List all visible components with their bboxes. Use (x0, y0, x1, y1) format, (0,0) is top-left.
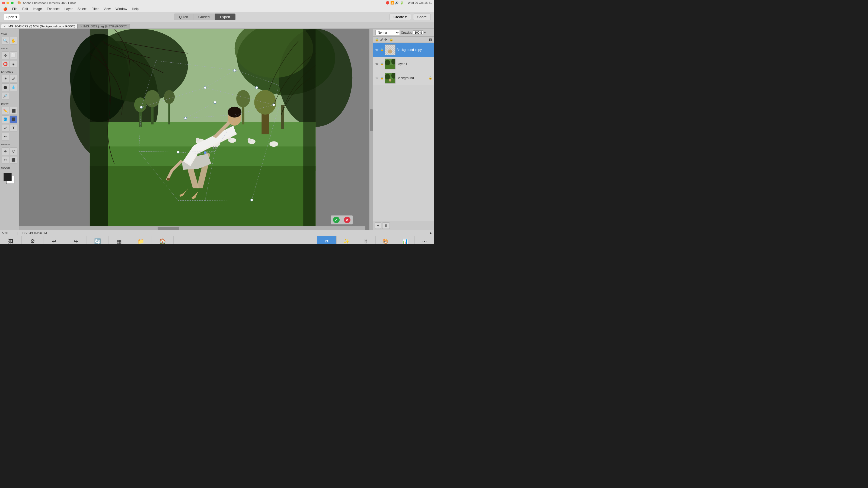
layer-1[interactable]: 👁 🔒 Layer 1 (373, 57, 434, 71)
undo-button[interactable]: ↩ Undo (43, 236, 65, 244)
menu-window[interactable]: Window (113, 6, 129, 11)
share-button[interactable]: Share (413, 13, 431, 20)
lock-image-icon[interactable]: 🖌 (380, 38, 383, 41)
minimize-window-button[interactable] (6, 2, 9, 4)
pen-tool[interactable]: 🖊 (2, 124, 9, 132)
foreground-color-swatch[interactable] (3, 173, 12, 181)
open-button[interactable]: Open ▾ (3, 14, 20, 20)
bottom-toolbar: 🖼 Photo Bin ⚙ Tool Options ↩ Undo ↪ Redo… (0, 236, 434, 244)
delete-layer-button[interactable]: 🗑 (382, 222, 390, 229)
tab-jpeg[interactable]: ✕ IMG_0822.jpeg @ 37% (RGB/8*) (78, 24, 130, 29)
maximize-window-button[interactable] (11, 2, 13, 4)
quick-selection-tool[interactable]: ◉ (10, 60, 18, 68)
layer-thumb-background (384, 73, 396, 84)
zoom-tool[interactable]: 🔍 (2, 37, 9, 44)
shape-tool[interactable]: ⬛ (10, 116, 18, 123)
menu-file[interactable]: File (10, 6, 20, 11)
home-screen-icon: 🏠 (159, 238, 166, 244)
modify-section-label: MODIFY (1, 142, 18, 147)
filters-panel-button[interactable]: 🎛 Filters (356, 236, 375, 244)
guided-mode-button[interactable]: Guided (193, 13, 215, 20)
tab-cr2-close[interactable]: ✕ (3, 25, 6, 28)
filters-panel-icon: 🎛 (364, 238, 368, 244)
color-swatches[interactable] (3, 173, 16, 185)
canvas-vertical-scrollbar[interactable] (369, 29, 373, 230)
crop-tool[interactable]: ✂ (2, 156, 9, 164)
home-screen-button[interactable]: 🏠 Home Screen (152, 236, 174, 244)
opacity-dropdown-icon[interactable]: ▾ (424, 31, 426, 34)
svg-point-73 (385, 59, 390, 66)
lock-position-icon[interactable]: ✛ (384, 38, 387, 41)
blur-tool[interactable]: 💧 (10, 84, 18, 91)
tab-cr2[interactable]: ✕ _MG_9648.CR2 @ 50% (Background copy, R… (1, 24, 78, 29)
tab-jpeg-close[interactable]: ✕ (80, 25, 82, 28)
hand-tool[interactable]: ✋ (10, 37, 18, 44)
color-section (1, 173, 18, 185)
red-eye-remove-tool[interactable]: 👁 (2, 75, 9, 83)
menu-filter[interactable]: Filter (89, 6, 101, 11)
menu-layer[interactable]: Layer (62, 6, 75, 11)
move-tool[interactable]: ✛ (2, 52, 9, 59)
pencil-tool[interactable]: ✒ (2, 133, 9, 140)
styles-panel-button[interactable]: 🎨 Styles (375, 236, 395, 244)
lock-transparent-icon[interactable]: 🔒 (375, 38, 379, 41)
menu-view[interactable]: View (101, 6, 113, 11)
effects-panel-button[interactable]: ✨ Effects (336, 236, 356, 244)
paint-bucket-tool[interactable]: 🪣 (2, 116, 9, 123)
lock-all-icon[interactable]: 🔒 (389, 38, 393, 41)
type-tool[interactable]: T (10, 124, 18, 132)
eraser-tool[interactable]: ⬛ (10, 107, 18, 115)
recompose-tool[interactable]: ⬛ (10, 156, 18, 164)
layers-panel-button[interactable]: ⧉ Layers (317, 236, 336, 244)
layer-background[interactable]: 👁 🔒 Background 🔒 (373, 71, 434, 85)
clone-stamp-tool[interactable]: ⬤ (2, 84, 9, 91)
canvas-hscroll-thumb[interactable] (158, 227, 179, 230)
more-panel-button[interactable]: ⋯ More (414, 236, 434, 244)
healing-brush-tool[interactable]: 🖌 (10, 75, 18, 83)
layer-eye-1[interactable]: 👁 (375, 62, 379, 66)
menu-select[interactable]: Select (75, 6, 89, 11)
layout-button[interactable]: ▦ Layout (108, 236, 130, 244)
canvas-container[interactable]: ✓ : ✕ (19, 29, 369, 230)
menu-apple[interactable]: 🍎 (1, 6, 9, 11)
layer-background-copy[interactable]: 👁 🔒 Background copy (373, 43, 434, 57)
quick-mode-button[interactable]: Quick (174, 13, 193, 20)
layer-eye-background-copy[interactable]: 👁 (375, 48, 379, 52)
delete-layer-icon[interactable]: 🗑 (429, 37, 432, 42)
draw-tools-row2: 🪣 ⬛ (1, 116, 18, 123)
transform-tool[interactable]: ⊕ (2, 148, 9, 155)
dodge-tool[interactable]: 🔎 (2, 92, 9, 100)
confirm-check-button[interactable]: ✓ (333, 217, 340, 223)
canvas-horizontal-scrollbar[interactable] (19, 226, 365, 230)
redo-button[interactable]: ↪ Redo (65, 236, 87, 244)
layer-name-background-copy: Background copy (397, 48, 432, 52)
marquee-tool[interactable]: ⬜ (10, 52, 18, 59)
layer-lock-1: 🔒 (380, 62, 383, 66)
add-layer-button[interactable]: + (375, 222, 381, 229)
lasso-tool[interactable]: ⭕ (2, 60, 9, 68)
canvas-vscroll-thumb[interactable] (370, 109, 373, 131)
titlebar-right: 🔴 📶 🔊 🔋 Wed 20 Oct 15:41 (386, 1, 432, 5)
confirm-cancel-button[interactable]: ✕ (344, 217, 350, 223)
menu-enhance[interactable]: Enhance (44, 6, 62, 11)
menu-help[interactable]: Help (130, 6, 141, 11)
photo-bin-button[interactable]: 🖼 Photo Bin (0, 236, 22, 244)
layer-eye-background[interactable]: 👁 (375, 76, 379, 80)
enhance-tools-row2: ⬤ 💧 (1, 84, 18, 91)
open-label: Open (6, 15, 14, 19)
tab-cr2-label: _MG_9648.CR2 @ 50% (Background copy, RGB… (7, 25, 75, 28)
close-window-button[interactable] (2, 2, 5, 4)
rotate-button[interactable]: 🔄 Rotate (87, 236, 108, 244)
create-button[interactable]: Create ▾ (390, 13, 411, 20)
opacity-input[interactable] (413, 30, 423, 35)
graphics-panel-button[interactable]: 📊 Graphics (395, 236, 414, 244)
status-expand-button[interactable]: ▶ (430, 231, 432, 235)
expert-mode-button[interactable]: Expert (215, 13, 236, 20)
brush-tool[interactable]: ✏️ (2, 107, 9, 115)
puppet-warp-tool[interactable]: ⬡ (10, 148, 18, 155)
organizer-button[interactable]: 📁 Organizer (130, 236, 152, 244)
blend-mode-select[interactable]: Normal Dissolve Multiply Screen (375, 30, 400, 35)
menu-image[interactable]: Image (31, 6, 44, 11)
menu-edit[interactable]: Edit (20, 6, 30, 11)
tool-options-button[interactable]: ⚙ Tool Options (22, 236, 43, 244)
